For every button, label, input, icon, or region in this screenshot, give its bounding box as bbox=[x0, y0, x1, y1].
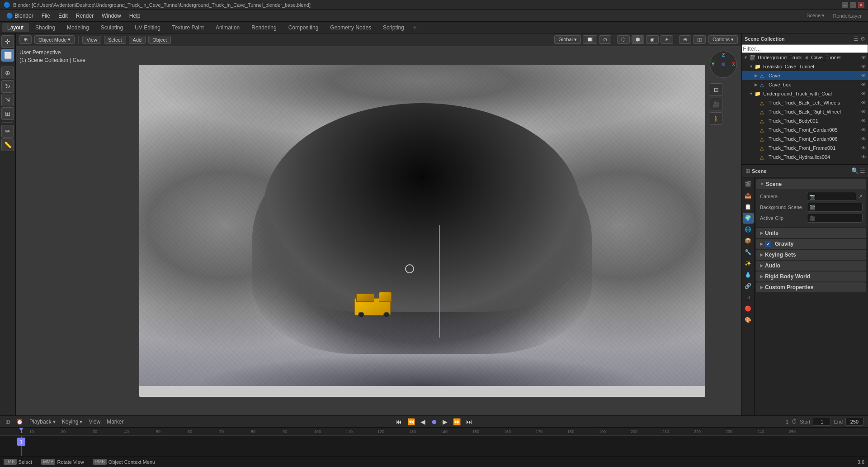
tab-texture-paint[interactable]: Texture Paint bbox=[167, 23, 209, 32]
tab-modeling[interactable]: Modeling bbox=[61, 23, 94, 32]
maximize-button[interactable]: □ bbox=[850, 2, 856, 8]
object-mode-button[interactable]: Object Mode ▾ bbox=[34, 35, 75, 44]
tab-compositing[interactable]: Compositing bbox=[283, 23, 324, 32]
menu-edit[interactable]: Edit bbox=[55, 12, 71, 20]
rotation-gizmo[interactable]: Z Y X bbox=[710, 51, 737, 78]
outliner-item-0[interactable]: ▼ 🎬 Underground_Truck_in_Cave_Tunnel 👁 bbox=[742, 53, 868, 62]
keying-button[interactable]: Keying ▾ bbox=[60, 418, 85, 426]
rendered-mode[interactable]: ☀ bbox=[660, 35, 673, 44]
menu-help[interactable]: Help bbox=[126, 12, 144, 20]
editor-type-button[interactable]: ⊞ bbox=[19, 35, 32, 44]
eye-6[interactable]: 👁 bbox=[861, 109, 866, 114]
overlay-toggle[interactable]: ⊕ bbox=[679, 35, 691, 44]
outliner-item-cavebox[interactable]: ▶ △ Cave_box 👁 bbox=[742, 80, 868, 89]
tab-geometry-nodes[interactable]: Geometry Nodes bbox=[325, 23, 377, 32]
rigid-body-header[interactable]: ▶ Rigid Body World bbox=[756, 272, 866, 281]
prop-tab-world[interactable]: 🌐 bbox=[743, 224, 754, 235]
jump-prev-keyframe-button[interactable]: ⏪ bbox=[406, 417, 417, 426]
minimize-button[interactable]: — bbox=[842, 2, 848, 8]
fps-button[interactable]: ⏱ bbox=[791, 418, 797, 425]
menu-render[interactable]: Render bbox=[72, 12, 97, 20]
tab-sculpting[interactable]: Sculpting bbox=[95, 23, 128, 32]
global-orientation[interactable]: Global ▾ bbox=[554, 35, 581, 44]
timeline-track-area[interactable]: 1 bbox=[0, 436, 868, 456]
zoom-fit-button[interactable]: ⊡ bbox=[710, 83, 722, 96]
eye-8[interactable]: 👁 bbox=[861, 127, 866, 133]
menu-blender[interactable]: 🔵 Blender bbox=[3, 12, 37, 20]
snap-button[interactable]: 🔲 bbox=[583, 35, 597, 44]
outliner-settings-button[interactable]: ⚙ bbox=[860, 36, 865, 42]
eye-0[interactable]: 👁 bbox=[861, 55, 866, 60]
renderlayer-dropdown[interactable]: RenderLayer bbox=[829, 12, 865, 19]
outliner-search-input[interactable] bbox=[742, 44, 868, 53]
prop-tab-physics[interactable]: 💧 bbox=[743, 269, 754, 280]
outliner-item-backleft[interactable]: △ Truck_Truck_Back_Left_Wheels 👁 bbox=[742, 98, 868, 107]
add-menu[interactable]: Add bbox=[129, 36, 146, 44]
keying-sets-header[interactable]: ▶ Keying Sets bbox=[756, 250, 866, 260]
eye-1[interactable]: 👁 bbox=[861, 64, 866, 69]
bg-scene-field[interactable]: 🎬 bbox=[807, 203, 863, 212]
outliner-item-cave[interactable]: ▶ △ Cave 👁 bbox=[742, 71, 868, 80]
tab-shading[interactable]: Shading bbox=[30, 23, 61, 32]
material-preview[interactable]: ◉ bbox=[646, 35, 659, 44]
outliner-item-body001[interactable]: △ Truck_Truck_Body001 👁 bbox=[742, 116, 868, 125]
add-workspace-button[interactable]: + bbox=[410, 23, 420, 33]
play-forward-button[interactable]: ▶ bbox=[441, 417, 449, 426]
outliner-item-hyd004[interactable]: △ Truck_Truck_Hydraulics004 👁 bbox=[742, 152, 868, 162]
scene-dropdown[interactable]: Scene ▾ bbox=[803, 12, 828, 19]
prop-tab-object[interactable]: 📦 bbox=[743, 235, 754, 246]
prop-tab-output[interactable]: 📤 bbox=[743, 190, 754, 201]
eye-cavebox[interactable]: 👁 bbox=[861, 82, 866, 87]
editor-type-timeline[interactable]: ⊞ bbox=[4, 418, 12, 426]
options-button[interactable]: Options ▾ bbox=[708, 35, 738, 44]
walk-nav-button[interactable]: 🚶 bbox=[710, 112, 722, 125]
wireframe-mode[interactable]: ⬡ bbox=[617, 35, 630, 44]
playback-button[interactable]: Playback ▾ bbox=[28, 418, 57, 426]
prop-tab-scene[interactable]: 🌍 bbox=[743, 213, 754, 224]
end-frame-input[interactable]: 250 bbox=[845, 418, 863, 426]
eye-9[interactable]: 👁 bbox=[861, 136, 866, 142]
custom-props-header[interactable]: ▶ Custom Properties bbox=[756, 282, 866, 292]
select-tool[interactable]: ⬜ bbox=[1, 49, 14, 62]
jump-to-start-button[interactable]: ⏮ bbox=[394, 417, 404, 426]
outliner-item-1[interactable]: ▼ 📁 Realistic_Cave_Tunnel 👁 bbox=[742, 62, 868, 71]
menu-window[interactable]: Window bbox=[98, 12, 125, 20]
outliner-item-frame001[interactable]: △ Truck_Truck_Front_Frame001 👁 bbox=[742, 143, 868, 152]
units-section-header[interactable]: ▶ Units bbox=[756, 228, 866, 238]
rotate-tool[interactable]: ↻ bbox=[1, 80, 14, 93]
prop-tab-constraints[interactable]: 🔗 bbox=[743, 281, 754, 291]
outliner-item-hyd005[interactable]: △ Truck_Truck_Hydraulics005 👁 bbox=[742, 162, 868, 164]
select-menu[interactable]: Select bbox=[104, 36, 126, 44]
prop-tab-view-layer[interactable]: 📋 bbox=[743, 201, 754, 212]
prop-tab-modifiers[interactable]: 🔧 bbox=[743, 247, 754, 257]
eye-10[interactable]: 👁 bbox=[861, 145, 866, 151]
prop-tab-material[interactable]: 🔴 bbox=[743, 303, 754, 314]
start-frame-input[interactable]: 1 bbox=[813, 418, 831, 426]
eye-truck-col[interactable]: 👁 bbox=[861, 91, 866, 96]
eye-12[interactable]: 👁 bbox=[861, 163, 866, 164]
tab-rendering[interactable]: Rendering bbox=[246, 23, 282, 32]
tab-uv-editing[interactable]: UV Editing bbox=[129, 23, 166, 32]
measure-tool[interactable]: 📏 bbox=[1, 138, 14, 151]
camera-field[interactable]: 📷 bbox=[807, 192, 856, 201]
active-clip-field[interactable]: 🎥 bbox=[807, 214, 863, 223]
tab-animation[interactable]: Animation bbox=[210, 23, 245, 32]
camera-open-button[interactable]: ↗ bbox=[858, 193, 863, 200]
outliner-filter-button[interactable]: ☰ bbox=[854, 36, 859, 42]
stop-dot-button[interactable]: ⏺ bbox=[429, 417, 439, 426]
jump-to-end-button[interactable]: ⏭ bbox=[464, 417, 474, 426]
jump-next-keyframe-button[interactable]: ⏩ bbox=[451, 417, 462, 426]
outliner-item-fc005[interactable]: △ Truck_Truck_Front_Cardan005 👁 bbox=[742, 125, 868, 134]
scene-section-header[interactable]: ▼ Scene bbox=[756, 179, 866, 189]
menu-file[interactable]: File bbox=[38, 12, 54, 20]
outliner-item-truck-collection[interactable]: ▼ 📁 Underground_Truck_with_Coal 👁 bbox=[742, 89, 868, 98]
xray-toggle[interactable]: ◫ bbox=[693, 35, 706, 44]
eye-cave[interactable]: 👁 bbox=[861, 73, 866, 78]
eye-7[interactable]: 👁 bbox=[861, 118, 866, 124]
current-frame-badge[interactable]: 1 bbox=[17, 438, 25, 446]
viewport-canvas[interactable]: User Perspective (1) Scene Collection | … bbox=[16, 46, 741, 415]
properties-settings-button[interactable]: ☰ bbox=[860, 167, 865, 174]
properties-search-button[interactable]: 🔍 bbox=[851, 167, 859, 174]
transform-tool[interactable]: ⊞ bbox=[1, 107, 14, 120]
timeline-clock-button[interactable]: ⏰ bbox=[14, 418, 25, 426]
